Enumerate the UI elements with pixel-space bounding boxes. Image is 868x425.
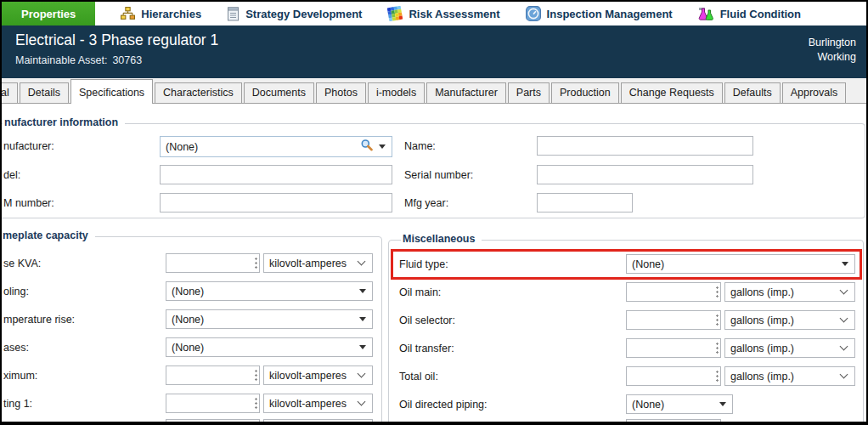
serial-number-label: Serial number: xyxy=(404,169,473,181)
unit-value: gallons (imp.) xyxy=(730,314,841,326)
chevron-down-icon xyxy=(358,258,366,266)
menu-item-label: Fluid Condition xyxy=(720,8,801,20)
chevron-down-icon xyxy=(840,371,848,379)
rating-1-input[interactable] xyxy=(166,394,260,413)
oil-main-input[interactable] xyxy=(626,282,721,302)
menu-item-fluid-condition[interactable]: Fluid Condition xyxy=(698,2,801,26)
partial-row-unit-select[interactable] xyxy=(263,419,373,425)
total-oil-input[interactable] xyxy=(626,366,721,386)
asset-header: Electrical - 3 Phase regulator 1 Maintai… xyxy=(2,26,866,78)
cooling-select[interactable]: (None) xyxy=(166,281,373,301)
oil-transfer-input[interactable] xyxy=(626,338,721,358)
base-kva-input[interactable] xyxy=(166,253,260,273)
spinner-grip-icon[interactable] xyxy=(714,370,719,382)
oil-directed-piping-label: Oil directed piping: xyxy=(399,399,488,411)
menu-item-properties[interactable]: Properties xyxy=(2,2,95,26)
search-icon[interactable] xyxy=(360,139,379,155)
mfg-year-label: Mfg year: xyxy=(404,197,448,209)
cooling-label: oling: xyxy=(3,286,29,298)
tab-approvals[interactable]: Approvals xyxy=(782,82,847,103)
oil-main-unit-select[interactable]: gallons (imp.) xyxy=(724,282,855,302)
tab-characteristics[interactable]: Characteristics xyxy=(155,82,242,103)
partial-row-input[interactable] xyxy=(166,419,260,425)
maximum-input[interactable] xyxy=(166,366,260,385)
oil-transfer-unit-select[interactable]: gallons (imp.) xyxy=(724,338,855,358)
oem-number-label: M number: xyxy=(3,197,54,209)
unit-value: gallons (imp.) xyxy=(730,343,841,354)
oil-selector-label: Oil selector: xyxy=(399,314,455,326)
total-oil-label: Total oil: xyxy=(399,371,438,382)
oil-directed-piping-select[interactable]: (None) xyxy=(626,394,733,414)
tab-photos[interactable]: Photos xyxy=(316,82,366,103)
tab-defaults[interactable]: Defaults xyxy=(724,82,781,103)
tab-production[interactable]: Production xyxy=(551,82,619,103)
spinner-grip-icon[interactable] xyxy=(714,314,719,326)
tab-details[interactable]: Details xyxy=(20,82,69,103)
location-label: Burlington xyxy=(809,36,856,50)
tab-change-requests[interactable]: Change Requests xyxy=(621,82,723,103)
dropdown-arrow-icon xyxy=(719,402,726,406)
spinner-grip-icon[interactable] xyxy=(253,369,258,382)
spinner-grip-icon[interactable] xyxy=(253,397,258,410)
base-kva-unit-select[interactable]: kilovolt-amperes xyxy=(263,253,373,273)
partial-row-input[interactable] xyxy=(626,419,721,425)
menu-item-label: Hierarchies xyxy=(141,8,201,20)
name-input[interactable] xyxy=(537,136,753,156)
menu-item-label: Risk Assessment xyxy=(409,8,499,20)
menu-item-risk-assessment[interactable]: Risk Assessment xyxy=(387,2,499,26)
maximum-unit-select[interactable]: kilovolt-amperes xyxy=(263,366,373,385)
chevron-down-icon xyxy=(840,314,848,323)
manufacturer-value: (None) xyxy=(166,141,360,153)
oil-transfer-label: Oil transfer: xyxy=(399,343,454,354)
tab-specifications[interactable]: Specifications xyxy=(70,79,153,104)
tab-i-models[interactable]: i-models xyxy=(368,82,425,103)
group-title: meplate capacity xyxy=(1,230,95,241)
tab-parts[interactable]: Parts xyxy=(508,82,550,103)
gauge-icon xyxy=(526,6,541,21)
asset-subtitle: Maintainable Asset:30763 xyxy=(15,54,142,66)
rating-1-unit-select[interactable]: kilovolt-amperes xyxy=(263,394,373,413)
tab-general[interactable]: al xyxy=(0,82,18,103)
menu-item-inspection-management[interactable]: Inspection Management xyxy=(526,2,673,26)
page-title: Electrical - 3 Phase regulator 1 xyxy=(15,31,218,49)
mfg-year-input[interactable] xyxy=(537,193,633,212)
asset-label: Maintainable Asset: xyxy=(15,54,107,66)
base-kva-label: se KVA: xyxy=(3,258,41,269)
menu-item-hierarchies[interactable]: Hierarchies xyxy=(121,2,201,26)
phases-select[interactable]: (None) xyxy=(166,337,373,357)
manufacturer-lookup[interactable]: (None) xyxy=(160,136,392,157)
chevron-down-icon xyxy=(358,398,366,406)
oil-directed-piping-value: (None) xyxy=(632,399,719,411)
dropdown-arrow-icon[interactable] xyxy=(379,144,386,149)
total-oil-unit-select[interactable]: gallons (imp.) xyxy=(724,366,855,386)
tab-strip: al Details Specifications Characteristic… xyxy=(2,78,866,104)
flask-icon xyxy=(698,7,714,21)
tab-manufacturer[interactable]: Manufacturer xyxy=(426,82,506,103)
document-icon xyxy=(227,7,240,21)
unit-value: gallons (imp.) xyxy=(730,371,841,382)
oil-selector-input[interactable] xyxy=(626,310,721,330)
dropdown-arrow-icon xyxy=(359,289,366,293)
unit-value: gallons (imp.) xyxy=(730,286,841,298)
fluid-type-value: (None) xyxy=(632,258,842,270)
top-menu-bar: Properties Hierarchies Strategy Developm… xyxy=(2,2,866,26)
menu-item-strategy-development[interactable]: Strategy Development xyxy=(227,2,362,26)
fluid-type-select[interactable]: (None) xyxy=(626,254,855,274)
oil-selector-unit-select[interactable]: gallons (imp.) xyxy=(724,310,855,330)
hierarchy-icon xyxy=(121,7,135,20)
maximum-label: ximum: xyxy=(3,370,37,382)
model-input[interactable] xyxy=(160,165,392,184)
tab-documents[interactable]: Documents xyxy=(244,82,314,103)
spinner-grip-icon[interactable] xyxy=(253,257,258,269)
menu-item-label: Inspection Management xyxy=(547,8,673,20)
serial-number-input[interactable] xyxy=(537,165,753,184)
oem-number-input[interactable] xyxy=(160,193,392,212)
risk-matrix-icon xyxy=(387,6,403,21)
dropdown-arrow-icon xyxy=(359,317,366,321)
spinner-grip-icon[interactable] xyxy=(714,286,719,298)
context-info: Burlington Working xyxy=(809,36,856,65)
temperature-rise-select[interactable]: (None) xyxy=(166,309,373,329)
spinner-grip-icon[interactable] xyxy=(714,342,719,354)
unit-value: kilovolt-amperes xyxy=(269,370,358,382)
fluid-type-label: Fluid type: xyxy=(399,258,448,270)
